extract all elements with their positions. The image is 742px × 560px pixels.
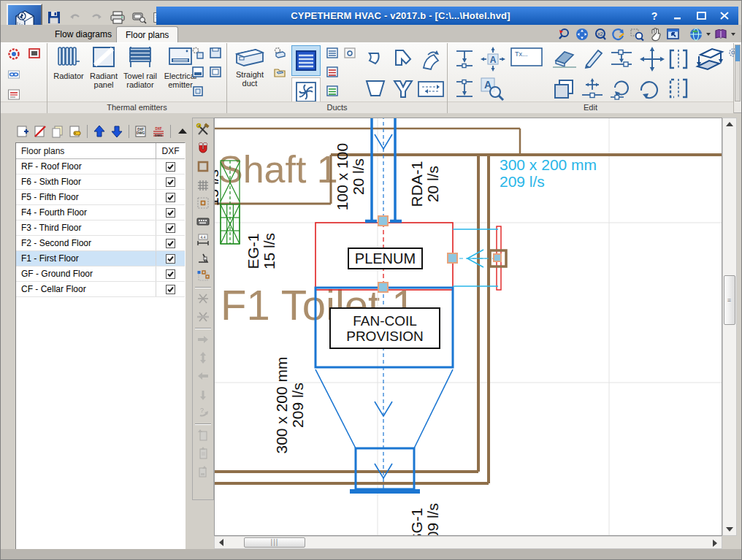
help-book-icon[interactable] [712, 26, 729, 42]
duct-library-icon[interactable] [272, 65, 287, 80]
globe-icon[interactable] [687, 26, 704, 42]
dxf-dwg-layers-icon[interactable]: DXFDWG [151, 124, 166, 139]
floor-row-rf[interactable]: RF - Roof Floor [16, 159, 185, 174]
align-nodes-icon[interactable] [608, 46, 635, 72]
fancoil-label-box[interactable]: FAN-COIL PROVISION [329, 307, 440, 349]
radiator-button[interactable]: Radiator [52, 45, 85, 80]
emitter-options-icon[interactable] [191, 46, 205, 61]
dxf-checkbox[interactable] [166, 208, 175, 218]
scroll-right-button[interactable] [708, 537, 722, 549]
copy-floor-icon[interactable] [50, 124, 65, 139]
find-text-icon[interactable]: A [478, 75, 506, 103]
dxf-checkbox[interactable] [166, 254, 175, 264]
display-options-icon[interactable] [27, 47, 42, 61]
flexible-duct-icon[interactable] [417, 78, 445, 100]
duct-config-icon[interactable] [272, 46, 287, 61]
zoom-window-icon[interactable] [628, 26, 645, 42]
undo-icon[interactable] [67, 9, 83, 26]
shorten-node-icon[interactable] [454, 75, 475, 101]
plenum-label-box[interactable]: PLENUM [348, 248, 423, 269]
report-list-icon[interactable] [7, 88, 21, 102]
dxf-checkbox[interactable] [166, 269, 175, 279]
copy-between-floors-icon[interactable] [693, 46, 725, 74]
grid-icon[interactable] [194, 176, 212, 193]
rotate-node-icon[interactable] [608, 77, 633, 101]
canvas-horizontal-scrollbar[interactable]: ||| [214, 536, 722, 549]
save-icon[interactable] [46, 9, 62, 26]
symmetry-icon[interactable] [667, 47, 690, 71]
link-icon[interactable] [7, 67, 21, 82]
zoom-2x-icon[interactable]: x2 [592, 26, 608, 42]
pencil-edit-icon[interactable] [581, 47, 604, 69]
move-floor-up-icon[interactable] [92, 124, 107, 139]
zoom-previous-icon[interactable] [555, 26, 572, 42]
globe-dropdown-caret[interactable] [706, 33, 711, 36]
terminal-options-icon[interactable] [343, 46, 357, 61]
delete-floor-icon[interactable] [33, 124, 47, 139]
tab-flow-diagrams[interactable]: Flow diagrams [46, 26, 121, 42]
emitter-save-icon[interactable] [208, 46, 223, 61]
ribbon-overflow-strip[interactable] [735, 45, 741, 101]
eg-annotation[interactable]: EG-1 15 l/s [245, 233, 278, 269]
floor-row-gf[interactable]: GF - Ground Floor [16, 266, 185, 282]
scroll-left-button[interactable] [215, 537, 228, 548]
add-floor-icon[interactable] [15, 124, 30, 139]
plenum-node-handle[interactable] [378, 282, 389, 293]
dxf-checkbox[interactable] [166, 177, 175, 187]
emitter-table-icon[interactable] [191, 65, 205, 80]
emitter-copy-icon[interactable] [208, 65, 223, 80]
redraw-icon[interactable] [610, 26, 627, 42]
drawing-canvas[interactable]: Shaft 1 F1 Toilet 1 [214, 118, 722, 536]
edit-text-button[interactable]: Tx... [510, 47, 543, 66]
close-button[interactable] [715, 9, 734, 23]
ortho-icon[interactable] [194, 158, 212, 175]
floor-row-f5[interactable]: F5 - Fifth Floor [16, 190, 185, 205]
keyboard-entry-icon[interactable] [194, 212, 212, 230]
rotate-icon[interactable] [636, 77, 662, 101]
duct-y-branch-icon[interactable] [391, 75, 416, 103]
terminal-red-icon[interactable] [325, 65, 340, 80]
snap-magnet-icon[interactable] [194, 139, 212, 157]
minimize-button[interactable] [668, 9, 687, 23]
edit-floor-icon[interactable] [68, 124, 83, 139]
dxf-checkbox[interactable] [166, 223, 175, 233]
floor-row-f6[interactable]: F6 - Sixth Floor [16, 174, 185, 190]
duct-elbow-icon[interactable] [363, 46, 388, 74]
floor-row-f2[interactable]: F2 - Second Floor [16, 236, 185, 251]
move-text-icon[interactable]: A [480, 46, 506, 72]
duct-node-handle[interactable] [378, 215, 389, 226]
branch-node-handle[interactable] [447, 253, 458, 264]
zoom-extents-icon[interactable] [573, 26, 590, 42]
move-icon[interactable] [639, 46, 665, 72]
floor-row-cf[interactable]: CF - Cellar Floor [16, 282, 185, 297]
horizontal-scroll-thumb[interactable]: ||| [244, 537, 305, 548]
eraser-icon[interactable] [551, 47, 578, 69]
help-dropdown-caret[interactable] [731, 33, 735, 36]
towel-rail-radiator-button[interactable]: Towel rail radiator [122, 45, 158, 89]
tools-icon[interactable] [194, 121, 212, 139]
floor-row-f3[interactable]: F3 - Third Floor [16, 220, 185, 236]
floor-row-f4[interactable]: F4 - Fourth Floor [16, 205, 185, 220]
dxf-dwg-templates-icon[interactable]: DXFDWG [134, 124, 148, 139]
scroll-up-button[interactable] [723, 118, 736, 130]
symmetry-copy-icon[interactable] [667, 77, 690, 100]
dxf-checkbox[interactable] [166, 162, 175, 172]
print-icon[interactable] [110, 9, 126, 26]
emitter-delete-icon[interactable] [191, 84, 205, 99]
grille-tool-button-selected[interactable] [291, 45, 321, 76]
collapse-panel-icon[interactable] [175, 124, 190, 139]
dxf-checkbox[interactable] [166, 285, 175, 294]
print-preview-icon[interactable] [131, 9, 147, 26]
right-duct-annotation[interactable]: 300 x 200 mm 209 l/s [500, 156, 597, 190]
rda-annotation[interactable]: RDA-1 20 l/s [409, 161, 441, 207]
radiant-panel-button[interactable]: Radiant panel [87, 45, 121, 89]
extract-duct-annotation[interactable]: 300 x 200 mm 209 l/s [274, 356, 306, 453]
extend-node-icon[interactable] [454, 46, 475, 72]
duct-reducer-icon[interactable] [363, 75, 388, 103]
angle-icon[interactable] [194, 249, 212, 266]
duct-curved-branch-icon[interactable] [418, 46, 443, 74]
floor-row-f1-selected[interactable]: F1 - First Floor [16, 251, 185, 266]
grille-node-handle[interactable] [493, 253, 502, 262]
redo-icon[interactable] [88, 9, 104, 26]
general-options-icon[interactable] [7, 47, 21, 61]
